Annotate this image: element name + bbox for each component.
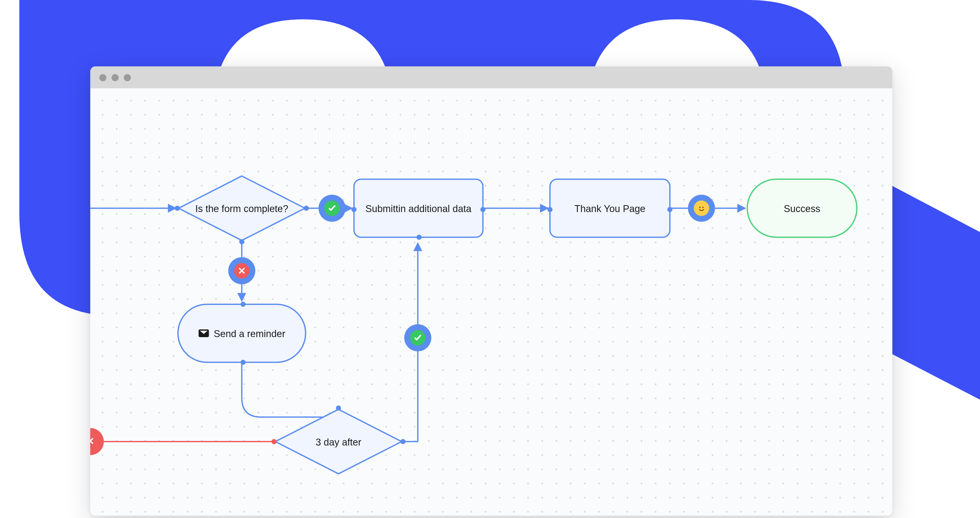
process-submit-data[interactable]: Submittin additional data (353, 179, 484, 238)
svg-point-7 (697, 203, 706, 213)
cross-icon (234, 263, 250, 279)
flow-connectors (90, 88, 892, 516)
connector-fail-badge[interactable] (90, 428, 104, 455)
process-label: Submittin additional data (366, 203, 471, 214)
check-icon (325, 200, 340, 216)
decision-label: 3 day after (316, 436, 361, 447)
check-icon (410, 330, 426, 345)
window-minimize-dot[interactable] (111, 74, 119, 81)
connector-no-badge[interactable] (228, 257, 255, 284)
smile-icon (694, 200, 709, 216)
mail-icon (198, 329, 208, 337)
svg-point-8 (699, 207, 700, 208)
decision-3-day-after[interactable]: 3 day after (274, 408, 403, 475)
flow-canvas[interactable]: Is the form complete? Submittin addition… (90, 88, 892, 516)
action-label: Send a reminder (214, 328, 285, 339)
connector-yes-badge[interactable] (318, 195, 345, 222)
terminator-success[interactable]: Success (746, 179, 858, 238)
process-thank-you[interactable]: Thank You Page (549, 179, 670, 238)
terminator-label: Success (784, 203, 820, 214)
process-label: Thank You Page (574, 203, 646, 214)
decision-form-complete[interactable]: Is the form complete? (177, 175, 306, 242)
window-zoom-dot[interactable] (124, 74, 131, 81)
window-titlebar (90, 66, 892, 88)
editor-window: Is the form complete? Submittin addition… (90, 66, 892, 516)
action-send-reminder[interactable]: Send a reminder (177, 303, 306, 363)
connector-done-badge[interactable] (688, 195, 715, 222)
connector-loop-yes-badge[interactable] (404, 324, 431, 351)
cross-icon (90, 436, 94, 446)
window-close-dot[interactable] (99, 74, 107, 81)
svg-point-9 (702, 207, 703, 208)
decision-label: Is the form complete? (195, 203, 288, 214)
